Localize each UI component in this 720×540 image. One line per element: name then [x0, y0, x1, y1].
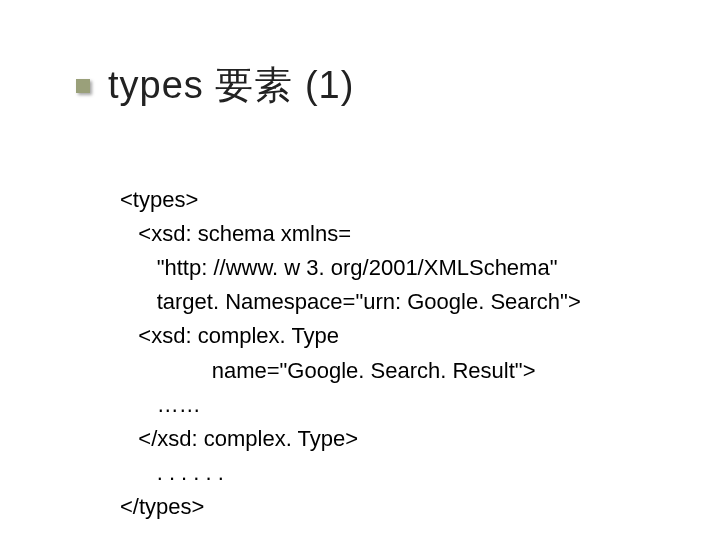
slide-title: types 要素 (1) — [108, 60, 354, 111]
code-line: name="Google. Search. Result"> — [120, 358, 536, 383]
code-line: . . . . . . — [120, 460, 224, 485]
code-line: </types> — [120, 494, 204, 519]
code-line: <xsd: schema xmlns= — [120, 221, 351, 246]
code-line: <xsd: complex. Type — [120, 323, 339, 348]
code-line: <types> — [120, 187, 198, 212]
title-row: types 要素 (1) — [76, 60, 660, 111]
code-block: <types> <xsd: schema xmlns= "http: //www… — [120, 149, 660, 540]
code-line: </xsd: complex. Type> — [120, 426, 358, 451]
code-line: …… — [120, 392, 201, 417]
code-line: target. Namespace="urn: Google. Search"> — [120, 289, 581, 314]
code-line: "http: //www. w 3. org/2001/XMLSchema" — [120, 255, 557, 280]
slide: types 要素 (1) <types> <xsd: schema xmlns=… — [0, 0, 720, 540]
square-bullet-icon — [76, 79, 90, 93]
